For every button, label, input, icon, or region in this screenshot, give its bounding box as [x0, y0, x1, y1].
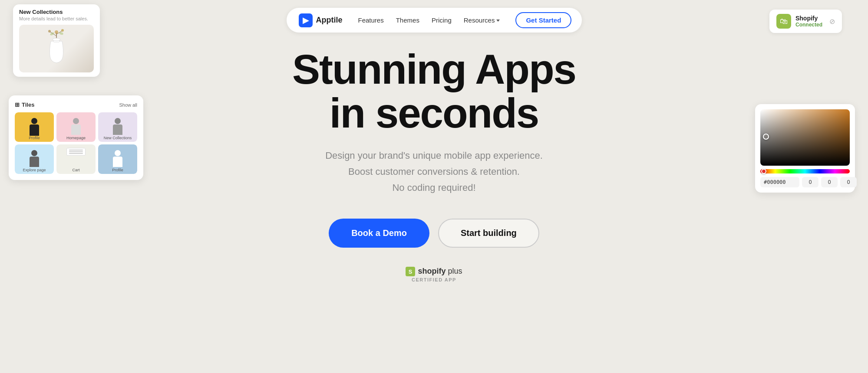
card-nc-image	[19, 25, 94, 72]
card-tiles-header: ⊞ Tiles Show all	[15, 101, 137, 108]
tiles-grid-icon: ⊞	[15, 101, 20, 108]
color-hex-input[interactable]	[760, 177, 799, 187]
card-color-picker	[755, 104, 855, 193]
color-r-input[interactable]	[802, 177, 818, 187]
svg-point-9	[53, 38, 60, 41]
card-tiles-title: ⊞ Tiles	[15, 101, 34, 108]
book-demo-button[interactable]: Book a Demo	[329, 219, 429, 248]
shopify-plus-text: shopify plus	[418, 267, 462, 276]
tile-label: Cart	[56, 168, 96, 172]
color-gradient-area[interactable]	[760, 109, 850, 166]
nav-resources[interactable]: Resources	[464, 16, 500, 24]
hero-subtitle-line2: Boost customer conversions & retention.	[348, 166, 520, 177]
color-b-input[interactable]	[840, 177, 857, 187]
color-g-input[interactable]	[821, 177, 838, 187]
tile-item[interactable]: New Collections	[98, 112, 137, 142]
shopify-plus-row: S shopify plus	[406, 267, 462, 276]
shopify-connected-badge: 🛍 Shopify Connected ⊘	[769, 10, 842, 33]
svg-point-3	[55, 30, 58, 34]
tile-image: Profile	[98, 144, 137, 174]
tile-item[interactable]: Cart	[56, 144, 96, 174]
card-new-collections: New Collections More details lead to bet…	[13, 4, 100, 77]
card-tiles-show-all[interactable]: Show all	[119, 102, 137, 108]
card-tiles: ⊞ Tiles Show all Profile Homepage	[9, 95, 143, 180]
tile-label: Profile	[15, 136, 54, 140]
hero-subtitle-line3: No coding required!	[392, 182, 475, 193]
tile-item[interactable]: Homepage	[56, 112, 96, 142]
shopify-badge-text: Shopify Connected	[795, 15, 822, 28]
get-started-button[interactable]: Get Started	[515, 12, 571, 28]
tile-item[interactable]: Explore page	[15, 144, 54, 174]
start-building-button[interactable]: Start building	[438, 219, 539, 248]
hero-subtitle: Design your brand's unique mobile app ex…	[325, 147, 543, 196]
svg-text:S: S	[409, 268, 413, 275]
shopify-icon: 🛍	[776, 14, 791, 29]
tile-label: New Collections	[98, 136, 137, 140]
shopify-plus-sub: CERTIFIED APP	[412, 277, 456, 282]
hero-buttons: Book a Demo Start building	[329, 219, 539, 248]
nav-links: Features Themes Pricing Resources	[358, 16, 500, 24]
shopify-plus-icon: S	[406, 267, 415, 276]
tile-item[interactable]: Profile	[98, 144, 137, 174]
tile-item[interactable]: Profile	[15, 112, 54, 142]
tile-image: Homepage	[56, 112, 96, 142]
chevron-down-icon	[496, 20, 500, 22]
tile-label: Profile	[98, 168, 137, 172]
card-nc-title: New Collections	[19, 9, 94, 15]
shopify-name: Shopify	[795, 15, 822, 22]
navbar: ▶ Apptile Features Themes Pricing Resour…	[287, 8, 582, 33]
tile-image: New Collections	[98, 112, 137, 142]
hero-title-line2: in seconds	[330, 90, 538, 136]
svg-point-5	[61, 29, 64, 32]
color-hue-slider[interactable]	[760, 169, 850, 173]
color-picker-handle[interactable]	[763, 134, 769, 140]
hero-title-line1: Stunning Apps	[292, 46, 576, 92]
hue-slider-handle[interactable]	[761, 169, 766, 174]
nav-themes[interactable]: Themes	[396, 16, 419, 24]
logo-text: Apptile	[316, 16, 343, 25]
hero-title: Stunning Apps in seconds	[292, 48, 576, 135]
shopify-connected-status: Connected	[795, 22, 822, 28]
shopify-plus-badge: S shopify plus CERTIFIED APP	[406, 267, 462, 282]
nav-pricing[interactable]: Pricing	[432, 16, 452, 24]
tile-label: Explore page	[15, 168, 54, 172]
nav-features[interactable]: Features	[358, 16, 384, 24]
tile-label: Homepage	[56, 136, 96, 140]
color-inputs	[760, 177, 850, 187]
svg-point-6	[50, 31, 55, 36]
svg-point-7	[59, 31, 63, 35]
card-nc-subtitle: More details lead to better sales.	[19, 16, 94, 21]
svg-point-4	[48, 30, 51, 33]
tile-image: Cart	[56, 144, 96, 174]
logo-icon: ▶	[299, 13, 313, 27]
hero-subtitle-line1: Design your brand's unique mobile app ex…	[325, 150, 543, 161]
unlink-icon[interactable]: ⊘	[829, 17, 835, 26]
tile-image: Profile	[15, 112, 54, 142]
tiles-grid: Profile Homepage New Collections	[15, 112, 137, 174]
tile-image: Explore page	[15, 144, 54, 174]
logo-link[interactable]: ▶ Apptile	[299, 13, 343, 27]
